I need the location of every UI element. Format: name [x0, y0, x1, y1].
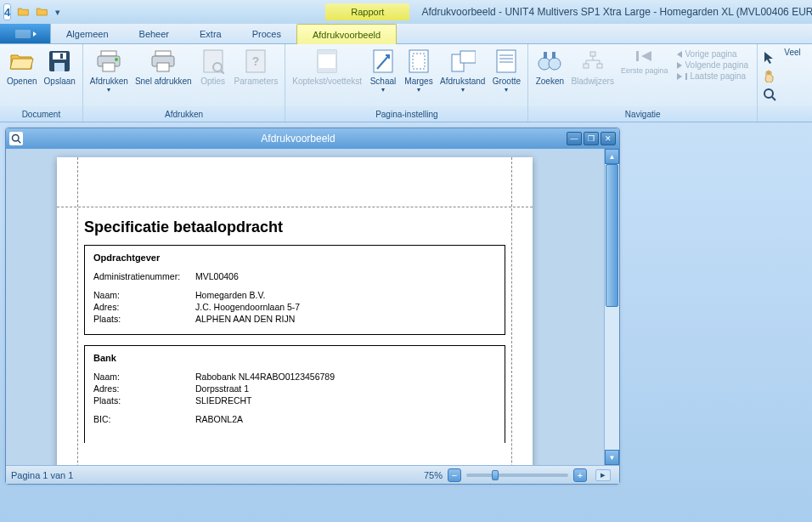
first-page-label: Eerste pagina	[621, 66, 668, 75]
orientation-button[interactable]: Afdrukstand ▾	[437, 46, 488, 95]
svg-rect-36	[636, 51, 639, 61]
open-button[interactable]: Openen	[3, 46, 41, 88]
svg-rect-2	[53, 53, 66, 60]
ribbon-group-page-setup: Koptekst/voettekst Schaal ▾ Marges ▾	[285, 44, 528, 122]
page-indicator: Pagina 1 van 1	[11, 470, 73, 480]
first-page-button: Eerste pagina	[617, 46, 672, 106]
magnifier-tool-button[interactable]	[761, 87, 778, 102]
floppy-disk-icon	[46, 48, 73, 75]
minimize-button[interactable]: —	[567, 132, 582, 145]
svg-rect-19	[318, 68, 336, 72]
qat-customize-dropdown[interactable]: ▾	[54, 5, 62, 19]
dropdown-icon: ▾	[107, 86, 110, 94]
svg-line-38	[772, 97, 775, 100]
svg-rect-33	[590, 52, 595, 56]
bank-adres-value: Dorpsstraat 1	[195, 383, 496, 394]
find-button[interactable]: Zoeken	[532, 46, 567, 106]
magnifier-icon	[9, 132, 23, 145]
menu-beheer[interactable]: Beheer	[124, 24, 184, 43]
margins-label: Marges	[404, 77, 432, 86]
options-label: Opties	[200, 77, 225, 86]
print-button[interactable]: Afdrukken ▾	[87, 46, 132, 95]
scale-button[interactable]: Schaal ▾	[365, 46, 401, 95]
app-titlebar: 4 ▾ Rapport Afdrukvoorbeeld - UNIT4 Mult…	[0, 0, 812, 24]
svg-rect-31	[544, 52, 547, 59]
next-page-label: Volgende pagina	[685, 60, 749, 70]
qat-open-icon[interactable]	[16, 4, 31, 20]
scroll-thumb[interactable]	[606, 164, 618, 307]
app-title: Afdrukvoorbeeld - UNIT4 Multivers SP1 Xt…	[421, 6, 812, 18]
adres-label: Adres:	[93, 302, 195, 312]
bank-plaats-value: SLIEDRECHT	[195, 395, 496, 406]
horizontal-scrollbar[interactable]: ▸	[595, 469, 611, 481]
zoom-in-button[interactable]: +	[573, 468, 587, 482]
margins-button[interactable]: Marges ▾	[401, 46, 437, 95]
scroll-track[interactable]	[605, 164, 619, 450]
naam-label: Naam:	[93, 290, 195, 300]
bank-adres-label: Adres:	[93, 383, 195, 394]
svg-point-30	[549, 58, 561, 70]
print-label: Afdrukken	[90, 77, 128, 86]
triangle-left-icon	[677, 51, 682, 58]
admin-value: MVL00406	[195, 271, 496, 281]
margin-guide-right	[511, 157, 512, 465]
adres-value: J.C. Hoogendoornlaan 5-7	[195, 302, 496, 312]
svg-rect-0	[15, 30, 31, 38]
plaats-label: Plaats:	[93, 314, 195, 324]
svg-line-14	[221, 71, 224, 74]
triangle-right-icon	[677, 62, 682, 69]
opdrachtgever-heading: Opdrachtgever	[93, 252, 496, 263]
open-label: Openen	[7, 77, 37, 86]
multipage-button[interactable]: Veel	[780, 46, 805, 59]
menu-extra[interactable]: Extra	[184, 24, 237, 43]
size-button[interactable]: Grootte ▾	[488, 46, 524, 95]
parameters-icon: ?	[242, 48, 269, 75]
preview-statusbar: Pagina 1 van 1 75% − + ▸	[6, 465, 619, 484]
app-logo-icon: 4	[3, 3, 11, 20]
vertical-scrollbar[interactable]: ▲ ▼	[604, 149, 619, 465]
options-button: Opties	[195, 46, 231, 88]
menu-afdrukvoorbeeld[interactable]: Afdrukvoorbeeld	[296, 24, 397, 44]
scroll-down-button[interactable]: ▼	[605, 450, 619, 465]
zoom-out-button[interactable]: −	[448, 468, 461, 482]
group-label-navigation: Navigatie	[528, 106, 757, 122]
maximize-button[interactable]: ❐	[584, 132, 599, 145]
binoculars-icon	[536, 48, 563, 75]
menu-proces[interactable]: Proces	[237, 24, 296, 43]
zoom-slider[interactable]	[466, 474, 568, 477]
ribbon-group-navigation: Zoeken Bladwijzers Eerste pagina Vorige …	[528, 44, 758, 122]
qat-folder-icon[interactable]	[35, 4, 50, 20]
options-icon	[200, 48, 227, 75]
ribbon-group-tools: Veel	[758, 44, 812, 122]
scroll-up-button[interactable]: ▲	[605, 149, 619, 164]
pointer-tool-button[interactable]	[761, 49, 778, 65]
plaats-value: ALPHEN AAN DEN RIJN	[195, 314, 496, 324]
svg-rect-34	[584, 64, 589, 68]
ribbon: Openen Opslaan Document Afdrukken ▾	[0, 44, 812, 122]
zoom-slider-knob[interactable]	[492, 470, 499, 480]
preview-canvas[interactable]: Specificatie betaalopdracht Opdrachtgeve…	[6, 149, 604, 465]
close-button[interactable]: ✕	[601, 132, 616, 145]
group-label-tools	[758, 106, 812, 122]
svg-rect-35	[597, 64, 602, 68]
preview-titlebar[interactable]: Afdrukvoorbeeld — ❐ ✕	[6, 128, 619, 149]
menubar: Algemeen Beheer Extra Proces Afdrukvoorb…	[0, 24, 812, 44]
svg-rect-5	[101, 51, 116, 56]
size-label: Grootte	[493, 77, 521, 86]
last-page-label: Laatste pagina	[691, 71, 747, 81]
margin-guide-horizontal	[57, 207, 533, 207]
svg-rect-18	[318, 50, 336, 54]
admin-label: Administratienummer:	[93, 271, 195, 281]
hand-tool-button[interactable]	[761, 68, 778, 83]
group-label-page-setup: Pagina-instelling	[285, 106, 527, 122]
svg-rect-4	[60, 54, 63, 59]
quick-access-toolbar: ▾	[16, 4, 62, 20]
ribbon-group-print: Afdrukken ▾ Snel afdrukken Opties ? Para	[83, 44, 285, 122]
application-menu-button[interactable]	[0, 24, 51, 43]
save-button[interactable]: Opslaan	[41, 46, 79, 88]
zoom-value: 75%	[424, 470, 443, 480]
quick-print-label: Snel afdrukken	[135, 77, 192, 86]
context-tab-rapport: Rapport	[325, 3, 409, 20]
quick-print-button[interactable]: Snel afdrukken	[132, 46, 195, 88]
menu-algemeen[interactable]: Algemeen	[51, 24, 124, 43]
